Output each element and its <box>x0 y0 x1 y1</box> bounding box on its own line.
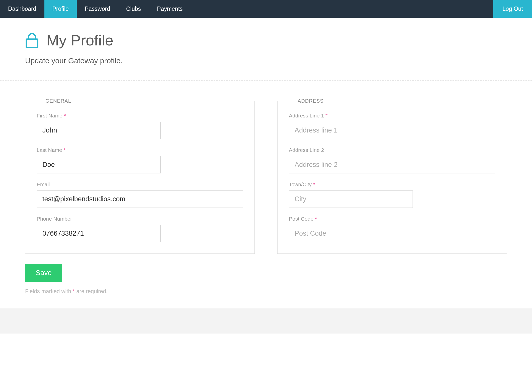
footnote-suffix: are required. <box>75 288 108 294</box>
address-fieldset: ADDRESS Address Line 1 * Address Line 2 … <box>277 98 507 254</box>
city-group: Town/City * <box>289 181 495 208</box>
phone-group: Phone Number <box>37 216 243 242</box>
email-group: Email <box>37 181 243 208</box>
top-nav: Dashboard Profile Password Clubs Payment… <box>0 0 532 18</box>
last-name-label: Last Name * <box>37 147 243 153</box>
general-fieldset: GENERAL First Name * Last Name * Email P… <box>25 98 255 254</box>
postcode-label-text: Post Code <box>289 216 313 222</box>
city-input[interactable] <box>289 190 413 208</box>
address-legend: ADDRESS <box>293 98 329 104</box>
required-star: * <box>325 113 327 118</box>
last-name-label-text: Last Name <box>37 147 62 153</box>
last-name-group: Last Name * <box>37 147 243 173</box>
first-name-input[interactable] <box>37 122 161 139</box>
save-button[interactable]: Save <box>25 264 62 282</box>
first-name-label-text: First Name <box>37 113 62 118</box>
city-label: Town/City * <box>289 181 495 187</box>
address-line1-label: Address Line 1 * <box>289 113 495 119</box>
email-label: Email <box>37 181 243 187</box>
required-footnote: Fields marked with * are required. <box>0 288 532 308</box>
nav-dashboard[interactable]: Dashboard <box>0 0 44 18</box>
page-title: My Profile <box>46 32 113 49</box>
nav-spacer <box>191 0 493 18</box>
city-label-text: Town/City <box>289 181 312 187</box>
address-line1-input[interactable] <box>289 122 495 139</box>
form-wrapper: GENERAL First Name * Last Name * Email P… <box>0 81 532 264</box>
postcode-label: Post Code * <box>289 216 495 222</box>
footnote-star: * <box>73 288 75 294</box>
footer-space <box>0 308 532 334</box>
last-name-input[interactable] <box>37 156 161 173</box>
first-name-group: First Name * <box>37 113 243 139</box>
first-name-label: First Name * <box>37 113 243 119</box>
footnote-prefix: Fields marked with <box>25 288 73 294</box>
address-line1-label-text: Address Line 1 <box>289 113 324 118</box>
address-line2-input[interactable] <box>289 156 495 173</box>
required-star: * <box>64 113 66 118</box>
address-line2-group: Address Line 2 <box>289 147 495 173</box>
postcode-input[interactable] <box>289 225 392 242</box>
page-subtitle: Update your Gateway profile. <box>0 56 532 80</box>
required-star: * <box>313 181 315 187</box>
logout-button[interactable]: Log Out <box>493 0 532 18</box>
required-star: * <box>63 147 65 153</box>
nav-clubs[interactable]: Clubs <box>118 0 149 18</box>
required-star: * <box>315 216 317 222</box>
nav-profile[interactable]: Profile <box>44 0 77 18</box>
phone-input[interactable] <box>37 225 161 242</box>
save-row: Save <box>0 264 532 288</box>
phone-label: Phone Number <box>37 216 243 222</box>
page-header: My Profile <box>0 18 532 56</box>
postcode-group: Post Code * <box>289 216 495 242</box>
address-line1-group: Address Line 1 * <box>289 113 495 139</box>
lock-icon <box>25 32 39 48</box>
nav-payments[interactable]: Payments <box>149 0 191 18</box>
address-line2-label: Address Line 2 <box>289 147 495 153</box>
nav-password[interactable]: Password <box>77 0 118 18</box>
svg-rect-0 <box>26 39 38 48</box>
email-input[interactable] <box>37 190 243 208</box>
general-legend: GENERAL <box>40 98 76 104</box>
